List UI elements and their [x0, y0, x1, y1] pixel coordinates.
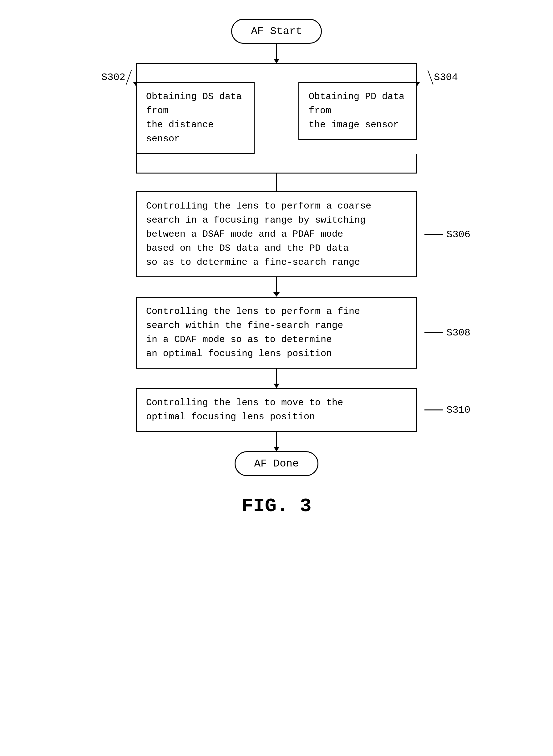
af-done-label: AF Done — [254, 458, 299, 470]
s306-label: S306 — [446, 228, 470, 240]
left-converge-line — [136, 154, 137, 173]
s302-label: S302 — [101, 72, 126, 83]
right-branch-line — [416, 63, 417, 82]
s306-box: Controlling the lens to perform a coarse… — [136, 191, 417, 277]
s306-text: Controlling the lens to perform a coarse… — [146, 201, 371, 268]
s304-text: Obtaining PD data fromthe image sensor — [309, 91, 404, 130]
arrow-start-to-split — [276, 44, 277, 60]
af-start-label: AF Start — [251, 25, 302, 37]
s308-label-container: S308 — [424, 327, 470, 339]
left-branch-line — [136, 63, 137, 82]
s310-label: S310 — [446, 404, 470, 416]
arrow-s306-to-s308 — [276, 277, 277, 293]
s310-box: Controlling the lens to move to theoptim… — [136, 388, 417, 432]
af-done-oval: AF Done — [235, 451, 319, 476]
s302-text: Obtaining DS data fromthe distance senso… — [146, 91, 242, 144]
s310-label-container: S310 — [424, 404, 470, 416]
s304-box: Obtaining PD data fromthe image sensor — [298, 82, 417, 140]
page: AF Start S302 — [0, 0, 553, 756]
right-converge-line — [416, 154, 417, 173]
s308-text: Controlling the lens to perform a finese… — [146, 306, 360, 359]
s304-container: S304 Obtaining PD data fromthe image sen… — [298, 82, 417, 154]
s310-text: Controlling the lens to move to theoptim… — [146, 397, 343, 422]
s302-label-container: S302 — [101, 69, 129, 85]
s310-container: Controlling the lens to move to theoptim… — [136, 388, 417, 432]
s304-tick — [427, 70, 433, 85]
h-split-line — [136, 63, 417, 64]
s306-container: Controlling the lens to perform a coarse… — [136, 191, 417, 277]
figure-label: FIG. 3 — [241, 495, 311, 517]
s310-tick-line — [424, 409, 443, 410]
s304-label-container: S304 — [430, 69, 458, 85]
s308-box: Controlling the lens to perform a finese… — [136, 297, 417, 369]
center-down-line — [276, 173, 277, 191]
af-start-oval: AF Start — [231, 19, 322, 44]
arrow-s308-to-s310 — [276, 369, 277, 384]
s308-container: Controlling the lens to perform a finese… — [136, 297, 417, 369]
parallel-boxes: S302 Obtaining DS data fromthe distance … — [136, 82, 417, 154]
s306-tick-line — [424, 234, 443, 235]
s302-tick — [126, 70, 132, 85]
s306-label-container: S306 — [424, 228, 470, 240]
s308-label: S308 — [446, 327, 470, 339]
s302-box: Obtaining DS data fromthe distance senso… — [136, 82, 255, 154]
s308-tick-line — [424, 333, 443, 333]
s302-container: S302 Obtaining DS data fromthe distance … — [136, 82, 255, 154]
s304-label: S304 — [434, 72, 458, 83]
diagram-container: AF Start S302 — [104, 19, 449, 517]
arrow-s310-to-done — [276, 432, 277, 447]
